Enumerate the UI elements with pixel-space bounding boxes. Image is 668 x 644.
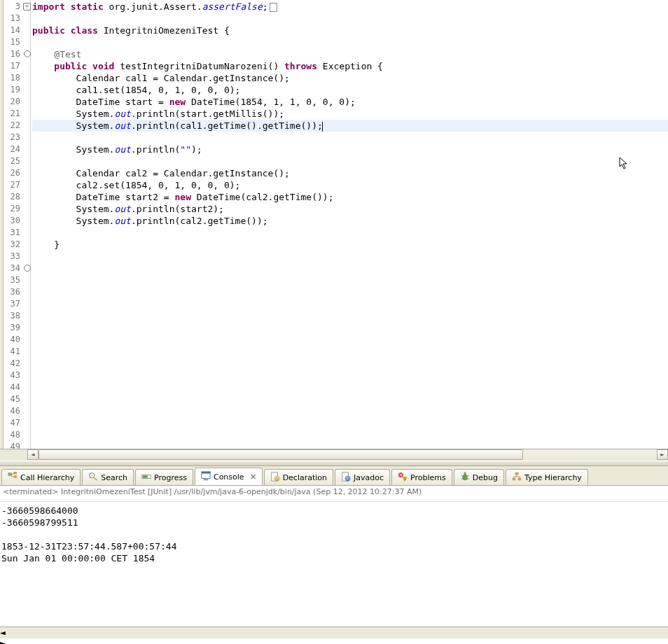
fold-collapse-icon[interactable]	[24, 265, 31, 272]
code-line[interactable]: public class IntegritniOmezeniTest {	[32, 24, 668, 36]
line-number[interactable]: 20	[4, 96, 23, 108]
line-number[interactable]: 47	[4, 417, 23, 429]
fold-expand-icon[interactable]: +	[23, 3, 31, 10]
code-line[interactable]	[32, 370, 668, 382]
code-line[interactable]: System.out.println(start.getMillis());	[32, 108, 668, 120]
line-number[interactable]: 14	[4, 24, 23, 36]
line-number[interactable]: 16	[4, 48, 23, 60]
code-area[interactable]: import static org.junit.Assert.assertFal…	[31, 0, 668, 449]
code-line[interactable]: cal2.set(1854, 0, 1, 0, 0, 0);	[32, 179, 668, 191]
scroll-right-arrow[interactable]: ►	[657, 449, 668, 460]
code-line[interactable]	[32, 429, 668, 441]
scroll-left-arrow[interactable]: ◄	[27, 449, 39, 460]
line-number[interactable]: 41	[4, 346, 23, 358]
line-number[interactable]: 23	[4, 132, 23, 144]
line-number[interactable]: 27	[4, 179, 23, 191]
line-number[interactable]: 21	[4, 108, 23, 120]
tab-type-hierarchy[interactable]: Type Hierarchy	[506, 469, 588, 485]
line-number[interactable]: 45	[4, 393, 23, 405]
tab-declaration[interactable]: @Declaration	[264, 469, 333, 485]
code-line[interactable]	[32, 358, 668, 370]
code-line[interactable]	[32, 310, 668, 322]
line-number[interactable]: 31	[4, 227, 23, 239]
close-icon[interactable]: ✕	[250, 472, 256, 482]
code-line[interactable]: DateTime start2 = new DateTime(cal2.getT…	[32, 191, 668, 203]
scroll-left-arrow[interactable]: ◄	[0, 627, 668, 638]
code-line[interactable]	[32, 334, 668, 346]
code-line[interactable]	[32, 227, 668, 239]
line-number[interactable]: 13	[4, 13, 23, 24]
line-number[interactable]: 18	[4, 72, 23, 84]
code-line[interactable]	[32, 298, 668, 310]
line-number[interactable]: 36	[4, 286, 23, 298]
line-number[interactable]: 48	[4, 429, 23, 441]
console-horizontal-scrollbar[interactable]: ◄ ►	[0, 626, 668, 638]
code-line[interactable]: System.out.println(cal2.getTime());	[32, 215, 668, 227]
tab-search[interactable]: Search	[82, 469, 134, 485]
line-number[interactable]: 22	[4, 120, 23, 132]
line-number[interactable]: 44	[4, 382, 23, 393]
sash-divider[interactable]	[0, 461, 668, 466]
tab-debug[interactable]: Debug	[454, 469, 504, 485]
tab-problems[interactable]: !Problems	[391, 469, 452, 485]
line-number[interactable]: 24	[4, 144, 23, 155]
line-number[interactable]: 32	[4, 239, 23, 251]
code-line[interactable]	[32, 13, 668, 24]
code-line[interactable]	[32, 251, 668, 262]
scroll-thumb[interactable]	[39, 449, 523, 460]
scroll-track[interactable]	[39, 449, 657, 460]
console-output[interactable]: -3660598664000-3660598799511 1853-12-31T…	[0, 502, 668, 626]
code-line[interactable]: Calendar cal2 = Calendar.getInstance();	[32, 167, 668, 179]
line-number[interactable]: 29	[4, 203, 23, 215]
line-number[interactable]: 39	[4, 322, 23, 334]
code-line[interactable]	[32, 262, 668, 274]
line-number[interactable]: 28	[4, 191, 23, 203]
code-line[interactable]	[32, 274, 668, 286]
scroll-right-arrow[interactable]: ►	[0, 638, 668, 644]
line-number[interactable]: 40	[4, 334, 23, 346]
line-number[interactable]: 30	[4, 215, 23, 227]
code-line[interactable]	[32, 393, 668, 405]
line-number[interactable]: 42	[4, 358, 23, 370]
code-line[interactable]: cal1.set(1854, 0, 1, 0, 0, 0);	[32, 84, 668, 96]
code-line[interactable]	[32, 322, 668, 334]
line-number[interactable]: 34	[4, 262, 23, 274]
line-number[interactable]: 3	[4, 1, 23, 13]
line-number[interactable]: 38	[4, 310, 23, 322]
line-number[interactable]: 37	[4, 298, 23, 310]
tab-javadoc[interactable]: @Javadoc	[335, 469, 390, 485]
tab-call-hierarchy[interactable]: Call Hierarchy	[1, 469, 81, 485]
fold-gutter[interactable]: +	[23, 0, 31, 449]
code-line[interactable]: System.out.println(start2);	[32, 203, 668, 215]
code-line[interactable]	[32, 132, 668, 144]
code-line[interactable]	[32, 155, 668, 167]
code-line[interactable]	[32, 286, 668, 298]
code-line[interactable]: System.out.println("");	[32, 144, 668, 155]
code-editor[interactable]: 3131415161718192021222324252627282930313…	[0, 0, 668, 449]
tab-progress[interactable]: Progress	[135, 469, 193, 485]
code-line[interactable]: Calendar cal1 = Calendar.getInstance();	[32, 72, 668, 84]
line-number[interactable]: 17	[4, 60, 23, 72]
line-number[interactable]: 46	[4, 405, 23, 417]
code-line[interactable]: import static org.junit.Assert.assertFal…	[32, 1, 668, 13]
code-line[interactable]	[32, 405, 668, 417]
line-number-gutter[interactable]: 3131415161718192021222324252627282930313…	[4, 0, 23, 449]
code-line[interactable]	[32, 36, 668, 48]
fold-collapse-icon[interactable]	[24, 50, 31, 57]
code-line[interactable]	[32, 382, 668, 393]
line-number[interactable]: 43	[4, 370, 23, 382]
code-line[interactable]: @Test	[32, 48, 668, 60]
code-line[interactable]: public void testIntegritniDatumNarozeni(…	[32, 60, 668, 72]
code-line[interactable]: DateTime start = new DateTime(1854, 1, 1…	[32, 96, 668, 108]
code-line[interactable]: System.out.println(cal1.getTime().getTim…	[32, 120, 668, 132]
code-line[interactable]	[32, 417, 668, 429]
line-number[interactable]: 33	[4, 251, 23, 262]
code-line[interactable]	[32, 346, 668, 358]
tab-console[interactable]: Console✕	[195, 468, 263, 485]
line-number[interactable]: 15	[4, 36, 23, 48]
line-number[interactable]: 19	[4, 84, 23, 96]
line-number[interactable]: 35	[4, 274, 23, 286]
editor-horizontal-scrollbar[interactable]: ◄ ►	[0, 449, 668, 461]
code-line[interactable]: }	[32, 239, 668, 251]
line-number[interactable]: 26	[4, 167, 23, 179]
